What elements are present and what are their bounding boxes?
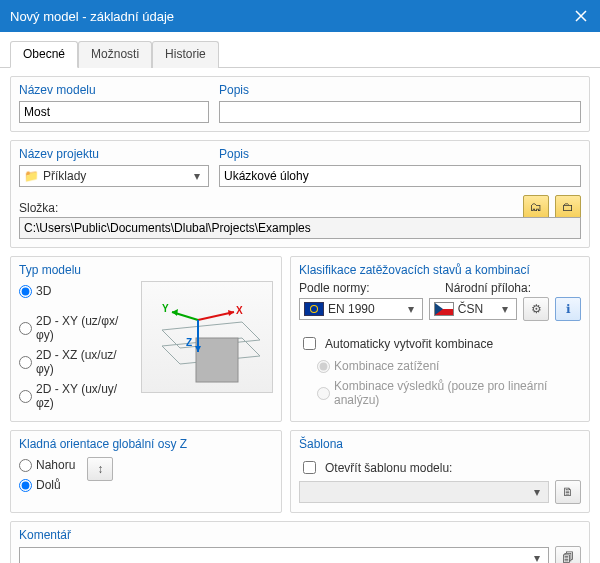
z-orient-help-button[interactable]: ↕: [87, 457, 113, 481]
radio-2d-xy-1-input[interactable]: [19, 322, 32, 335]
project-manager-icon: 🗂: [530, 200, 542, 214]
svg-marker-3: [172, 309, 178, 316]
standard-info-button[interactable]: ℹ: [555, 297, 581, 321]
window-title: Nový model - základní údaje: [10, 9, 174, 24]
info-icon: ℹ: [566, 302, 571, 316]
gear-icon: ⚙: [531, 302, 542, 316]
svg-rect-0: [196, 338, 238, 382]
radio-z-down-label: Dolů: [36, 478, 61, 492]
project-desc-input[interactable]: [219, 165, 581, 187]
standard-value: EN 1990: [328, 302, 375, 316]
panel-comment: Komentář ▾ 🗐: [10, 521, 590, 563]
titlebar: Nový model - základní údaje: [0, 0, 600, 32]
radio-2d-xy-1-label: 2D - XY (uz/φx/φy): [36, 314, 133, 342]
panel-model-name-desc: Název modelu Popis: [10, 76, 590, 132]
radio-2d-xz-input[interactable]: [19, 356, 32, 369]
panel-classification: Klasifikace zatěžovacích stavů a kombina…: [290, 256, 590, 422]
panel-model-type: Typ modelu 3D 2D - XY (uz/φx/φy) 2D - XZ…: [10, 256, 282, 422]
model-type-preview: X Y Z: [141, 281, 273, 393]
axes-icon: ↕: [97, 462, 103, 476]
label-project-desc: Popis: [219, 147, 581, 161]
radio-z-up-input[interactable]: [19, 459, 32, 472]
radio-combi-result-input: [317, 387, 330, 400]
radio-2d-xz-label: 2D - XZ (ux/uz/φy): [36, 348, 133, 376]
chevron-down-icon: ▾: [528, 485, 546, 499]
label-classification: Klasifikace zatěžovacích stavů a kombina…: [299, 263, 581, 277]
close-button[interactable]: [562, 0, 600, 32]
label-model-type: Typ modelu: [19, 263, 273, 277]
label-model-name: Název modelu: [19, 83, 209, 97]
label-annex: Národní příloha:: [445, 281, 581, 295]
radio-2d-xy-2[interactable]: 2D - XY (ux/uy/φz): [19, 379, 133, 413]
open-folder-button[interactable]: 🗀: [555, 195, 581, 219]
panel-template: Šablona Otevřít šablonu modelu: ▾ 🗎: [290, 430, 590, 513]
svg-text:X: X: [236, 305, 243, 316]
radio-combi-result-label: Kombinace výsledků (pouze pro lineární a…: [334, 379, 581, 407]
project-manager-button[interactable]: 🗂: [523, 195, 549, 219]
tab-general[interactable]: Obecné: [10, 41, 78, 68]
annex-combo[interactable]: ČSN ▾: [429, 298, 517, 320]
radio-combi-load-label: Kombinace zatížení: [334, 359, 439, 373]
tab-history[interactable]: Historie: [152, 41, 219, 68]
svg-text:Y: Y: [162, 303, 169, 314]
folder-icon: 📁: [24, 169, 39, 183]
template-browse-button[interactable]: 🗎: [555, 480, 581, 504]
label-standard: Podle normy:: [299, 281, 435, 295]
flag-eu-icon: [304, 302, 324, 316]
flag-cz-icon: [434, 302, 454, 316]
radio-z-up-label: Nahoru: [36, 458, 75, 472]
radio-3d[interactable]: 3D: [19, 281, 133, 301]
radio-2d-xy-2-input[interactable]: [19, 390, 32, 403]
project-name-value: Příklady: [43, 169, 86, 183]
auto-combi-label: Automaticky vytvořit kombinace: [325, 337, 493, 351]
annex-value: ČSN: [458, 302, 483, 316]
template-combo: ▾: [299, 481, 549, 503]
comment-pick-button[interactable]: 🗐: [555, 546, 581, 563]
label-z-orientation: Kladná orientace globální osy Z: [19, 437, 273, 451]
radio-2d-xy-2-label: 2D - XY (ux/uy/φz): [36, 382, 133, 410]
tabs: Obecné Možnosti Historie: [0, 32, 600, 68]
comment-combo[interactable]: ▾: [19, 547, 549, 563]
radio-z-up[interactable]: Nahoru: [19, 455, 75, 475]
auto-combi-checkbox[interactable]: [303, 337, 316, 350]
folder-path-display: [19, 217, 581, 239]
label-project-name: Název projektu: [19, 147, 209, 161]
label-comment: Komentář: [19, 528, 581, 542]
open-template-checkbox[interactable]: [303, 461, 316, 474]
model-name-input[interactable]: [19, 101, 209, 123]
project-name-combo[interactable]: 📁 Příklady ▾: [19, 165, 209, 187]
standard-combo[interactable]: EN 1990 ▾: [299, 298, 423, 320]
preview-3d-icon: X Y Z: [142, 282, 272, 392]
tab-options[interactable]: Možnosti: [78, 41, 152, 68]
model-desc-input[interactable]: [219, 101, 581, 123]
radio-3d-input[interactable]: [19, 285, 32, 298]
chevron-down-icon: ▾: [528, 551, 546, 563]
panel-project: Název projektu 📁 Příklady ▾ Popis 🗂: [10, 140, 590, 248]
open-folder-icon: 🗀: [562, 200, 574, 214]
standard-settings-button[interactable]: ⚙: [523, 297, 549, 321]
chevron-down-icon: ▾: [402, 302, 420, 316]
chevron-down-icon: ▾: [496, 302, 514, 316]
radio-combi-load: Kombinace zatížení: [317, 356, 581, 376]
radio-combi-result: Kombinace výsledků (pouze pro lineární a…: [317, 376, 581, 410]
radio-combi-load-input: [317, 360, 330, 373]
radio-2d-xz[interactable]: 2D - XZ (ux/uz/φy): [19, 345, 133, 379]
radio-z-down[interactable]: Dolů: [19, 475, 75, 495]
svg-text:Z: Z: [186, 337, 192, 348]
close-icon: [575, 10, 587, 22]
open-template-label: Otevřít šablonu modelu:: [325, 461, 452, 475]
label-model-desc: Popis: [219, 83, 581, 97]
save-template-icon: 🗎: [562, 485, 574, 499]
radio-z-down-input[interactable]: [19, 479, 32, 492]
label-template: Šablona: [299, 437, 581, 451]
chevron-down-icon: ▾: [188, 169, 206, 183]
comment-pick-icon: 🗐: [562, 551, 574, 563]
panel-z-orientation: Kladná orientace globální osy Z Nahoru D…: [10, 430, 282, 513]
radio-2d-xy-1[interactable]: 2D - XY (uz/φx/φy): [19, 311, 133, 345]
radio-3d-label: 3D: [36, 284, 51, 298]
